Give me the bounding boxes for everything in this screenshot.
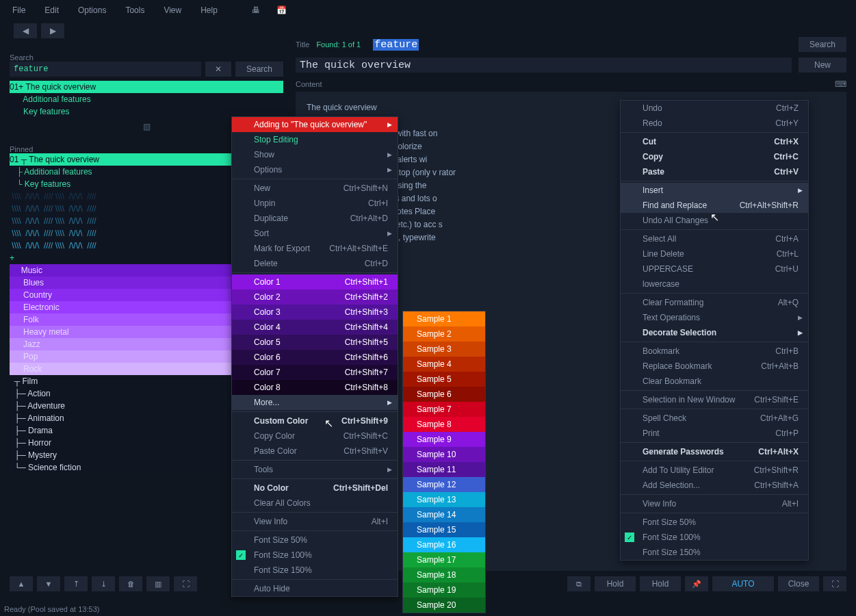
color-option[interactable]: Color 8Ctrl+Shift+8 xyxy=(232,380,398,395)
keyboard-icon[interactable]: ⌨ xyxy=(835,79,846,89)
menu-item[interactable]: Mark for ExportCtrl+Alt+Shift+E xyxy=(232,241,398,256)
sample-color[interactable]: Sample 17 xyxy=(403,552,485,567)
menu-item[interactable]: Font Size 100%✓ xyxy=(232,548,398,563)
close-button[interactable]: Close xyxy=(778,576,819,591)
menu-item[interactable]: Stop Editing xyxy=(232,132,398,147)
menu-item[interactable]: View InfoAlt+I xyxy=(621,496,808,511)
menu-item[interactable]: PrintCtrl+P xyxy=(621,426,808,441)
sample-color[interactable]: Sample 18 xyxy=(403,567,485,582)
sample-color[interactable]: Sample 2 xyxy=(403,326,485,342)
menu-item[interactable]: No ColorCtrl+Shift+Del xyxy=(232,480,398,496)
color-option[interactable]: Color 1Ctrl+Shift+1 xyxy=(232,274,398,290)
hold-button-2[interactable]: Hold xyxy=(640,576,681,591)
sample-color[interactable]: Sample 10 xyxy=(403,447,485,462)
menu-item[interactable]: Copy ColorCtrl+Shift+C xyxy=(232,428,398,444)
effects-button-2[interactable]: ⛶ xyxy=(823,576,846,591)
menu-item[interactable]: UnpinCtrl+I xyxy=(232,196,398,211)
menu-item[interactable]: Find and ReplaceCtrl+Alt+Shift+R xyxy=(621,198,808,213)
menu-item[interactable]: Font Size 50% xyxy=(232,532,398,548)
note-context-menu[interactable]: Adding to "The quick overview"▶Stop Edit… xyxy=(231,116,398,597)
menu-item[interactable]: Add Selection...Ctrl+Shift+A xyxy=(621,478,808,493)
menu-item[interactable]: Adding to "The quick overview"▶ xyxy=(232,117,398,132)
move-bottom-button[interactable]: ⤓ xyxy=(92,576,115,591)
menu-item[interactable]: UPPERCASECtrl+U xyxy=(621,261,808,277)
menu-item[interactable]: Select AllCtrl+A xyxy=(621,231,808,246)
menu-item[interactable]: Clear FormattingAlt+Q xyxy=(621,295,808,310)
menu-item[interactable]: UndoCtrl+Z xyxy=(621,101,808,116)
menu-view[interactable]: View xyxy=(155,3,190,18)
menu-item[interactable]: Text Operations▶ xyxy=(621,310,808,325)
menu-item[interactable]: PasteCtrl+V xyxy=(621,164,808,179)
menu-item[interactable]: Spell CheckCtrl+Alt+G xyxy=(621,411,808,426)
sample-color[interactable]: Sample 9 xyxy=(403,432,485,447)
menu-item[interactable]: Clear Bookmark xyxy=(621,374,808,389)
menu-item[interactable]: Font Size 50% xyxy=(621,515,808,530)
menu-item[interactable]: DeleteCtrl+D xyxy=(232,256,398,271)
menu-item[interactable]: BookmarkCtrl+B xyxy=(621,344,808,359)
sample-color[interactable]: Sample 5 xyxy=(403,372,485,387)
menu-item[interactable]: Show▶ xyxy=(232,147,398,162)
menu-item[interactable]: Add To Utility EditorCtrl+Shift+R xyxy=(621,463,808,478)
sample-color[interactable]: Sample 3 xyxy=(403,342,485,357)
menu-item[interactable]: Font Size 150% xyxy=(232,563,398,578)
move-up-button[interactable]: ▲ xyxy=(10,576,33,591)
color-option[interactable]: Color 2Ctrl+Shift+2 xyxy=(232,290,398,305)
move-top-button[interactable]: ⤒ xyxy=(64,576,88,591)
menu-item[interactable]: Line DeleteCtrl+L xyxy=(621,246,808,261)
menu-item[interactable]: Undo All Changes xyxy=(621,213,808,228)
menu-item[interactable]: Auto Hide xyxy=(232,581,398,596)
trash-button[interactable]: 🗑 xyxy=(119,576,142,591)
color-samples-submenu[interactable]: Sample 1Sample 2Sample 3Sample 4Sample 5… xyxy=(402,311,486,613)
menu-help[interactable]: Help xyxy=(192,3,226,18)
sample-color[interactable]: Sample 4 xyxy=(403,357,485,372)
search-button[interactable]: Search xyxy=(235,62,283,77)
sample-color[interactable]: Sample 14 xyxy=(403,507,485,522)
menu-tools[interactable]: Tools xyxy=(117,3,153,18)
menu-item[interactable]: Selection in New WindowCtrl+Shift+E xyxy=(621,392,808,407)
sample-color[interactable]: Sample 15 xyxy=(403,522,485,537)
menu-item[interactable]: Clear All Colors xyxy=(232,496,398,511)
color-option[interactable]: Color 6Ctrl+Shift+6 xyxy=(232,350,398,365)
effects-button[interactable]: ⛶ xyxy=(174,576,197,591)
menu-edit[interactable]: Edit xyxy=(36,3,67,18)
menu-item[interactable]: Font Size 150% xyxy=(621,545,808,560)
hold-button-1[interactable]: Hold xyxy=(595,576,636,591)
menu-item[interactable]: Tools▶ xyxy=(232,462,398,477)
menu-item[interactable]: Insert▶ xyxy=(621,183,808,198)
tree-item[interactable]: 01+ The quick overview xyxy=(10,81,283,93)
auto-button[interactable]: AUTO xyxy=(712,576,774,591)
menu-item[interactable]: Sort▶ xyxy=(232,226,398,241)
tree-item[interactable]: Additional features xyxy=(10,93,283,105)
new-button[interactable]: New xyxy=(799,57,846,73)
menu-item[interactable]: Replace BookmarkCtrl+Alt+B xyxy=(621,359,808,374)
sample-color[interactable]: Sample 8 xyxy=(403,417,485,432)
title-input[interactable] xyxy=(296,57,792,73)
sample-color[interactable]: Sample 13 xyxy=(403,492,485,507)
menu-item[interactable]: More...▶ xyxy=(232,395,398,410)
sample-color[interactable]: Sample 7 xyxy=(403,402,485,417)
sample-color[interactable]: Sample 12 xyxy=(403,477,485,492)
menu-item[interactable]: Custom ColorCtrl+Shift+9 xyxy=(232,413,398,428)
search-input[interactable] xyxy=(10,62,201,77)
sample-color[interactable]: Sample 11 xyxy=(403,462,485,477)
columns-button[interactable]: ▥ xyxy=(146,576,170,591)
color-option[interactable]: Color 7Ctrl+Shift+7 xyxy=(232,365,398,380)
clear-search-button[interactable]: ✕ xyxy=(205,62,231,77)
edit-context-menu[interactable]: UndoCtrl+ZRedoCtrl+YCutCtrl+XCopyCtrl+CP… xyxy=(620,100,809,561)
color-option[interactable]: Color 4Ctrl+Shift+4 xyxy=(232,320,398,335)
sample-color[interactable]: Sample 16 xyxy=(403,537,485,552)
sample-color[interactable]: Sample 19 xyxy=(403,582,485,598)
calendar-icon[interactable]: 📅 xyxy=(270,3,294,18)
menu-item[interactable]: DuplicateCtrl+Alt+D xyxy=(232,211,398,226)
bookmark-icon-button[interactable]: ⧉ xyxy=(567,576,591,591)
menu-item[interactable]: lowercase xyxy=(621,277,808,292)
pin-button[interactable]: 📌 xyxy=(685,576,708,591)
sample-color[interactable]: Sample 6 xyxy=(403,387,485,402)
printer-icon[interactable]: 🖶 xyxy=(245,3,267,18)
color-option[interactable]: Color 3Ctrl+Shift+3 xyxy=(232,305,398,320)
title-search-button[interactable]: Search xyxy=(799,37,846,52)
menu-item[interactable]: Paste ColorCtrl+Shift+V xyxy=(232,444,398,459)
menu-item[interactable]: Options▶ xyxy=(232,162,398,177)
menu-item[interactable]: NewCtrl+Shift+N xyxy=(232,181,398,196)
menu-item[interactable]: CutCtrl+X xyxy=(621,134,808,149)
